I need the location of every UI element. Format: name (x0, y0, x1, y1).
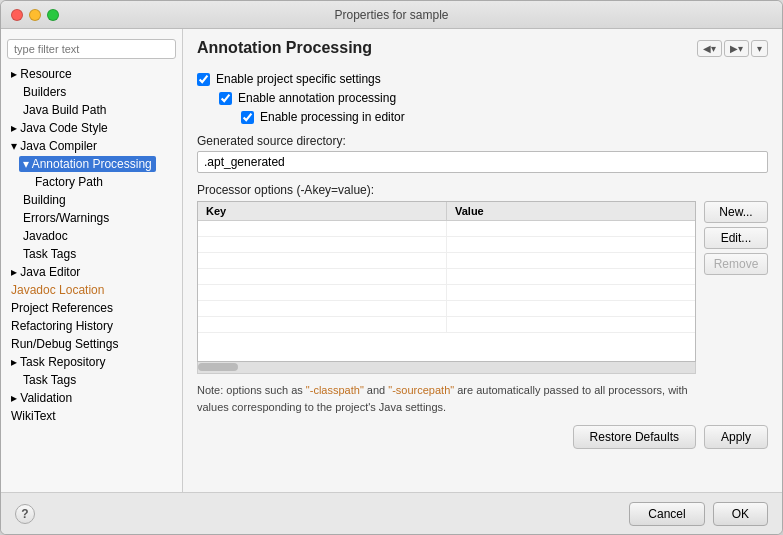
forward-button[interactable]: ▶▾ (724, 40, 749, 57)
table-row (198, 317, 695, 333)
bottom-bar: ? Cancel OK (1, 492, 782, 534)
panel-header: Annotation Processing ◀▾ ▶▾ ▾ (183, 29, 782, 63)
enable-annotation-processing-label: Enable annotation processing (238, 91, 396, 105)
table-area: Key Value (197, 201, 768, 374)
sidebar-item-java-editor[interactable]: ▸ Java Editor (1, 263, 182, 281)
table-row (198, 285, 695, 301)
edit-button[interactable]: Edit... (704, 227, 768, 249)
sidebar-item-validation[interactable]: ▸ Validation (1, 389, 182, 407)
note-text: Note: options such as "-classpath" and "… (197, 382, 768, 415)
kv-table[interactable]: Key Value (197, 201, 696, 362)
sidebar-item-resource[interactable]: ▸ Resource (1, 65, 182, 83)
key-column-header: Key (198, 202, 447, 220)
sidebar-item-label-project-references: Project References (7, 300, 117, 316)
sidebar-item-label-wikitext: WikiText (7, 408, 60, 424)
generated-source-directory-label: Generated source directory: (197, 134, 768, 148)
sidebar-item-label-resource: ▸ Resource (7, 66, 76, 82)
sidebar-item-label-java-compiler: ▾ Java Compiler (7, 138, 101, 154)
table-row (198, 221, 695, 237)
panel-toolbar: ◀▾ ▶▾ ▾ (697, 40, 768, 57)
sidebar-item-errors-warnings[interactable]: Errors/Warnings (1, 209, 182, 227)
content-area: ▸ Resource Builders Java Build Path▸ Jav… (1, 29, 782, 492)
sidebar-item-task-tags[interactable]: Task Tags (1, 245, 182, 263)
scrollbar-thumb[interactable] (198, 363, 238, 371)
sidebar-item-building[interactable]: Building (1, 191, 182, 209)
properties-window: Properties for sample ▸ Resource Builder… (0, 0, 783, 535)
kv-table-container: Key Value (197, 201, 696, 374)
main-panel: Annotation Processing ◀▾ ▶▾ ▾ Enable pro… (183, 29, 782, 492)
sidebar-item-javadoc[interactable]: Javadoc (1, 227, 182, 245)
enable-annotation-processing-row: Enable annotation processing (219, 91, 768, 105)
help-button[interactable]: ? (15, 504, 35, 524)
enable-project-specific-label: Enable project specific settings (216, 72, 381, 86)
bottom-buttons: Cancel OK (629, 502, 768, 526)
minimize-button[interactable] (29, 9, 41, 21)
sidebar-item-run-debug-settings[interactable]: Run/Debug Settings (1, 335, 182, 353)
maximize-button[interactable] (47, 9, 59, 21)
new-button[interactable]: New... (704, 201, 768, 223)
sidebar-item-label-factory-path: Factory Path (31, 174, 107, 190)
kv-table-header: Key Value (198, 202, 695, 221)
titlebar: Properties for sample (1, 1, 782, 29)
sidebar-item-java-code-style[interactable]: ▸ Java Code Style (1, 119, 182, 137)
enable-annotation-processing-checkbox[interactable] (219, 92, 232, 105)
sidebar-item-project-references[interactable]: Project References (1, 299, 182, 317)
table-row (198, 269, 695, 285)
sidebar-item-annotation-processing[interactable]: ▾ Annotation Processing (1, 155, 182, 173)
apply-button[interactable]: Apply (704, 425, 768, 449)
processor-options-label: Processor options (-Akey=value): (197, 183, 768, 197)
table-buttons: New... Edit... Remove (704, 201, 768, 374)
table-row (198, 301, 695, 317)
ok-button[interactable]: OK (713, 502, 768, 526)
sidebar-item-task-tags2[interactable]: Task Tags (1, 371, 182, 389)
panel-title: Annotation Processing (197, 39, 372, 57)
remove-button[interactable]: Remove (704, 253, 768, 275)
window-title: Properties for sample (334, 8, 448, 22)
panel-action-buttons: Restore Defaults Apply (197, 425, 768, 449)
sidebar-item-label-java-code-style: ▸ Java Code Style (7, 120, 112, 136)
horizontal-scrollbar[interactable] (197, 362, 696, 374)
sidebar-item-wikitext[interactable]: WikiText (1, 407, 182, 425)
enable-processing-in-editor-row: Enable processing in editor (241, 110, 768, 124)
close-button[interactable] (11, 9, 23, 21)
table-row (198, 237, 695, 253)
window-controls (11, 9, 59, 21)
sidebar-item-label-annotation-processing: ▾ Annotation Processing (19, 156, 156, 172)
cancel-button[interactable]: Cancel (629, 502, 704, 526)
menu-button[interactable]: ▾ (751, 40, 768, 57)
sidebar-item-label-refactoring-history: Refactoring History (7, 318, 117, 334)
sidebar: ▸ Resource Builders Java Build Path▸ Jav… (1, 29, 183, 492)
enable-project-specific-row: Enable project specific settings (197, 72, 768, 86)
sidebar-item-label-errors-warnings: Errors/Warnings (19, 210, 113, 226)
sidebar-item-label-validation: ▸ Validation (7, 390, 76, 406)
sidebar-item-task-repository[interactable]: ▸ Task Repository (1, 353, 182, 371)
enable-processing-in-editor-checkbox[interactable] (241, 111, 254, 124)
sidebar-item-factory-path[interactable]: Factory Path (1, 173, 182, 191)
sidebar-item-label-java-build-path: Java Build Path (19, 102, 110, 118)
table-row (198, 253, 695, 269)
sidebar-item-label-java-editor: ▸ Java Editor (7, 264, 84, 280)
enable-processing-in-editor-label: Enable processing in editor (260, 110, 405, 124)
sidebar-item-javadoc-location[interactable]: Javadoc Location (1, 281, 182, 299)
enable-project-specific-checkbox[interactable] (197, 73, 210, 86)
sidebar-item-java-build-path[interactable]: Java Build Path (1, 101, 182, 119)
kv-rows (198, 221, 695, 361)
sidebar-item-java-compiler[interactable]: ▾ Java Compiler (1, 137, 182, 155)
sidebar-item-builders[interactable]: Builders (1, 83, 182, 101)
sidebar-item-label-run-debug-settings: Run/Debug Settings (7, 336, 122, 352)
sidebar-item-refactoring-history[interactable]: Refactoring History (1, 317, 182, 335)
sidebar-item-label-javadoc: Javadoc (19, 228, 72, 244)
sidebar-item-label-task-tags: Task Tags (19, 246, 80, 262)
filter-input[interactable] (7, 39, 176, 59)
generated-source-directory-input[interactable] (197, 151, 768, 173)
panel-body: Enable project specific settings Enable … (183, 63, 782, 492)
back-button[interactable]: ◀▾ (697, 40, 722, 57)
sourcepath-ref: "-sourcepath" (388, 384, 454, 396)
sidebar-item-label-task-repository: ▸ Task Repository (7, 354, 109, 370)
sidebar-item-label-building: Building (19, 192, 70, 208)
restore-defaults-button[interactable]: Restore Defaults (573, 425, 696, 449)
sidebar-item-label-builders: Builders (19, 84, 70, 100)
classpath-ref: "-classpath" (306, 384, 364, 396)
sidebar-item-label-javadoc-location: Javadoc Location (7, 282, 108, 298)
sidebar-item-label-task-tags2: Task Tags (19, 372, 80, 388)
